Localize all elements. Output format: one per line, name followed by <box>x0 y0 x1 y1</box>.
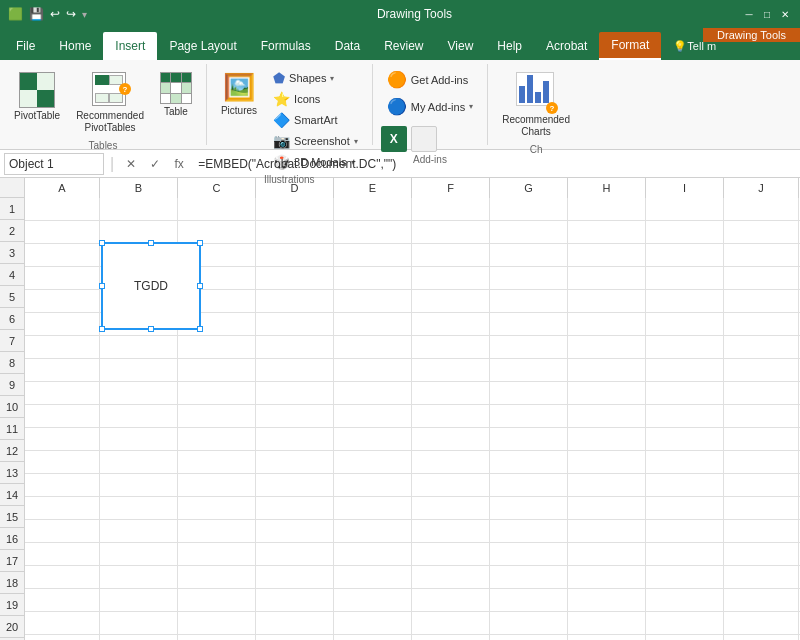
cell-I18[interactable] <box>646 589 724 611</box>
cell-D7[interactable] <box>256 336 334 358</box>
cell-C12[interactable] <box>178 451 256 473</box>
cell-E18[interactable] <box>334 589 412 611</box>
cell-B11[interactable] <box>100 428 178 450</box>
tab-home[interactable]: Home <box>47 32 103 60</box>
cell-F6[interactable] <box>412 313 490 335</box>
cell-A19[interactable] <box>25 612 100 634</box>
cell-A20[interactable] <box>25 635 100 640</box>
cell-H16[interactable] <box>568 543 646 565</box>
cell-I11[interactable] <box>646 428 724 450</box>
table-button[interactable]: Table <box>154 68 198 121</box>
col-header-I[interactable]: I <box>646 178 724 198</box>
cell-A17[interactable] <box>25 566 100 588</box>
tab-data[interactable]: Data <box>323 32 372 60</box>
cell-A2[interactable] <box>25 221 100 243</box>
col-header-H[interactable]: H <box>568 178 646 198</box>
cell-A7[interactable] <box>25 336 100 358</box>
cell-E9[interactable] <box>334 382 412 404</box>
cell-E14[interactable] <box>334 497 412 519</box>
cell-F3[interactable] <box>412 244 490 266</box>
cell-F19[interactable] <box>412 612 490 634</box>
cell-H15[interactable] <box>568 520 646 542</box>
cell-G7[interactable] <box>490 336 568 358</box>
cell-J6[interactable] <box>724 313 799 335</box>
resize-handle[interactable] <box>99 326 105 332</box>
cell-G16[interactable] <box>490 543 568 565</box>
cell-G17[interactable] <box>490 566 568 588</box>
cell-D3[interactable] <box>256 244 334 266</box>
cell-C16[interactable] <box>178 543 256 565</box>
tab-review[interactable]: Review <box>372 32 435 60</box>
cell-D2[interactable] <box>256 221 334 243</box>
cell-I5[interactable] <box>646 290 724 312</box>
cell-D19[interactable] <box>256 612 334 634</box>
cell-C14[interactable] <box>178 497 256 519</box>
cell-J10[interactable] <box>724 405 799 427</box>
cell-D9[interactable] <box>256 382 334 404</box>
recommended-charts-button[interactable]: ? RecommendedCharts <box>496 68 576 142</box>
col-header-E[interactable]: E <box>334 178 412 198</box>
tab-view[interactable]: View <box>436 32 486 60</box>
cell-B18[interactable] <box>100 589 178 611</box>
cell-H20[interactable] <box>568 635 646 640</box>
formula-confirm-button[interactable]: ✓ <box>144 153 166 175</box>
cell-G18[interactable] <box>490 589 568 611</box>
cell-E8[interactable] <box>334 359 412 381</box>
tab-page-layout[interactable]: Page Layout <box>157 32 248 60</box>
cell-B14[interactable] <box>100 497 178 519</box>
cell-I4[interactable] <box>646 267 724 289</box>
cell-C15[interactable] <box>178 520 256 542</box>
cell-D4[interactable] <box>256 267 334 289</box>
tab-help[interactable]: Help <box>485 32 534 60</box>
tab-formulas[interactable]: Formulas <box>249 32 323 60</box>
cell-J11[interactable] <box>724 428 799 450</box>
cell-E6[interactable] <box>334 313 412 335</box>
cell-I7[interactable] <box>646 336 724 358</box>
cell-J15[interactable] <box>724 520 799 542</box>
col-header-G[interactable]: G <box>490 178 568 198</box>
screenshot-button[interactable]: 📷 Screenshot ▾ <box>267 131 364 151</box>
cell-G2[interactable] <box>490 221 568 243</box>
cell-G12[interactable] <box>490 451 568 473</box>
cell-E5[interactable] <box>334 290 412 312</box>
cell-C17[interactable] <box>178 566 256 588</box>
col-header-A[interactable]: A <box>25 178 100 198</box>
cell-H14[interactable] <box>568 497 646 519</box>
cell-D1[interactable] <box>256 198 334 220</box>
cell-I10[interactable] <box>646 405 724 427</box>
cell-J3[interactable] <box>724 244 799 266</box>
icons-button[interactable]: ⭐ Icons <box>267 89 364 109</box>
restore-button[interactable]: □ <box>760 7 774 21</box>
cell-C11[interactable] <box>178 428 256 450</box>
cell-E4[interactable] <box>334 267 412 289</box>
cell-C20[interactable] <box>178 635 256 640</box>
cell-A1[interactable] <box>25 198 100 220</box>
cell-I1[interactable] <box>646 198 724 220</box>
cell-F5[interactable] <box>412 290 490 312</box>
cell-J7[interactable] <box>724 336 799 358</box>
resize-handle[interactable] <box>197 240 203 246</box>
cell-I17[interactable] <box>646 566 724 588</box>
cell-I14[interactable] <box>646 497 724 519</box>
cell-I3[interactable] <box>646 244 724 266</box>
cell-G11[interactable] <box>490 428 568 450</box>
cell-D12[interactable] <box>256 451 334 473</box>
cell-I2[interactable] <box>646 221 724 243</box>
close-button[interactable]: ✕ <box>778 7 792 21</box>
cell-H4[interactable] <box>568 267 646 289</box>
cell-I15[interactable] <box>646 520 724 542</box>
undo-icon[interactable]: ↩ <box>50 7 60 21</box>
cell-B7[interactable] <box>100 336 178 358</box>
grid[interactable]: TGDD <box>25 198 800 640</box>
col-header-C[interactable]: C <box>178 178 256 198</box>
cell-C7[interactable] <box>178 336 256 358</box>
cell-D15[interactable] <box>256 520 334 542</box>
cell-A14[interactable] <box>25 497 100 519</box>
cell-J16[interactable] <box>724 543 799 565</box>
cell-F8[interactable] <box>412 359 490 381</box>
cell-D18[interactable] <box>256 589 334 611</box>
cell-A8[interactable] <box>25 359 100 381</box>
col-header-J[interactable]: J <box>724 178 799 198</box>
cell-J13[interactable] <box>724 474 799 496</box>
cell-H17[interactable] <box>568 566 646 588</box>
